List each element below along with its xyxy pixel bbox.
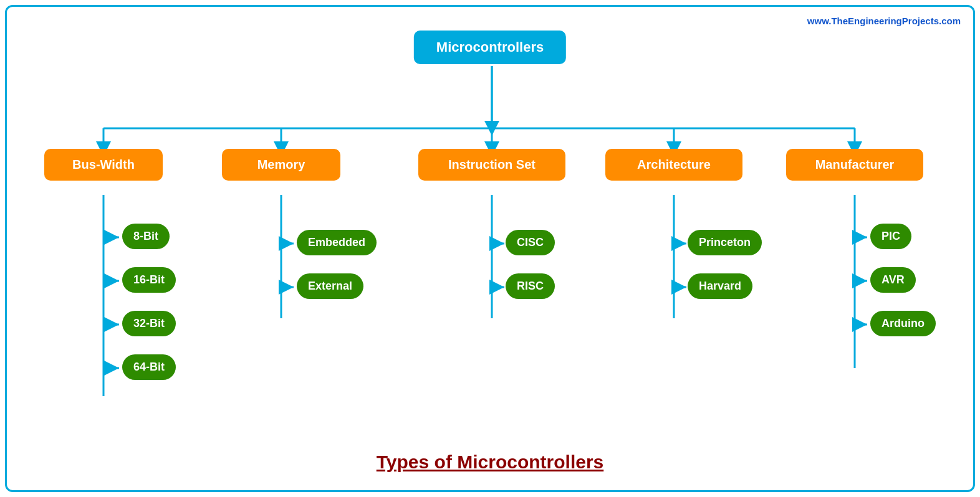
leaf-risc: RISC: [506, 273, 555, 299]
leaf-8bit: 8-Bit: [122, 224, 170, 249]
leaf-avr: AVR: [870, 267, 916, 293]
leaf-64bit: 64-Bit: [122, 354, 176, 380]
footer-title: Types of Microcontrollers: [377, 452, 604, 473]
leaf-16bit: 16-Bit: [122, 267, 176, 293]
cat-architecture: Architecture: [605, 149, 742, 181]
cat-manufacturer: Manufacturer: [786, 149, 923, 181]
cat-memory: Memory: [222, 149, 340, 181]
cat-bus-width: Bus-Width: [44, 149, 163, 181]
leaf-princeton: Princeton: [688, 230, 762, 255]
root-node: Microcontrollers: [414, 31, 566, 64]
outer-border: www.TheEngineeringProjects.com: [5, 5, 975, 492]
leaf-external: External: [297, 273, 363, 299]
cat-instruction-set: Instruction Set: [418, 149, 565, 181]
leaf-harvard: Harvard: [688, 273, 752, 299]
leaf-cisc: CISC: [506, 230, 555, 255]
leaf-embedded: Embedded: [297, 230, 377, 255]
leaf-pic: PIC: [870, 224, 911, 249]
watermark: www.TheEngineeringProjects.com: [807, 16, 961, 26]
leaf-32bit: 32-Bit: [122, 311, 176, 336]
leaf-arduino: Arduino: [870, 311, 936, 336]
